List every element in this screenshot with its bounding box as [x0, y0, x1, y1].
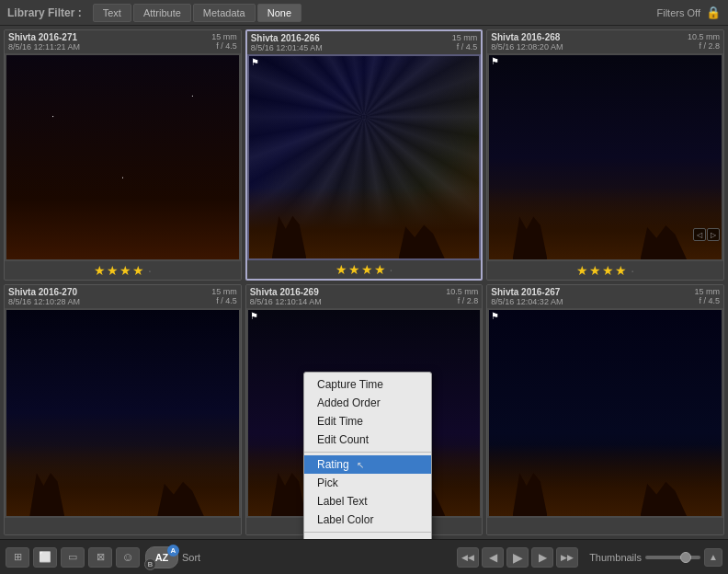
photo-footer-4: [5, 518, 241, 534]
photo-image-6: ⚑: [489, 310, 722, 516]
photo-image-2: ⚑: [249, 56, 480, 258]
grid-view-button[interactable]: ⊞: [6, 547, 29, 568]
photo-footer-1: ★ ★ ★ ★ ·: [5, 261, 241, 280]
photo-tools-3: ◁ ▷: [693, 228, 720, 241]
menu-item-edit-time[interactable]: Edit Time: [304, 412, 431, 430]
photo-footer-6: [487, 518, 723, 534]
sort-badge-a: A: [167, 545, 179, 557]
flag-icon-3: ⚑: [491, 57, 499, 66]
photo-aperture-6: f / 4.5: [699, 296, 720, 305]
bottom-toolbar: ⊞ ⬜ ▭ ⊠ ☺ AZ A B Sort ◀◀ ◀ ▶ ▶ ▶▶ Thumbn…: [0, 539, 728, 574]
photo-date-1: 8/5/16 12:11:21 AM: [8, 42, 80, 52]
thumbnails-label: Thumbnails: [589, 552, 642, 563]
tab-text[interactable]: Text: [93, 4, 131, 22]
photo-aperture-5: f / 2.8: [458, 296, 479, 305]
flag-icon-2: ⚑: [251, 58, 259, 67]
menu-item-file-name[interactable]: File Name: [304, 535, 431, 539]
tab-attribute[interactable]: Attribute: [133, 4, 191, 22]
menu-item-edit-count[interactable]: Edit Count: [304, 430, 431, 449]
menu-item-label-text[interactable]: Label Text: [304, 492, 431, 511]
photo-date-6: 8/5/16 12:04:32 AM: [491, 297, 563, 306]
loupe-view-button[interactable]: ⬜: [33, 547, 57, 568]
photo-focal-1: 15 mm: [211, 32, 237, 41]
photo-aperture-1: f / 4.5: [216, 41, 237, 51]
sort-label: Sort: [182, 552, 200, 563]
nav-prev-button[interactable]: ◀: [482, 547, 504, 568]
photo-cell-2[interactable]: Shivta 2016-266 8/5/16 12:01:45 AM 15 mm…: [245, 29, 483, 281]
photo-header-5: Shivta 2016-269 8/5/16 12:10:14 AM 10.5 …: [246, 285, 483, 308]
tab-metadata[interactable]: Metadata: [193, 4, 256, 22]
photo-header-4: Shivta 2016-270 8/5/16 12:10:28 AM 15 mm…: [5, 285, 241, 308]
sort-az-button[interactable]: AZ A B: [145, 546, 178, 568]
menu-item-capture-time[interactable]: Capture Time: [304, 375, 431, 394]
menu-item-added-order[interactable]: Added Order: [304, 394, 431, 412]
photo-cell-4[interactable]: Shivta 2016-270 8/5/16 12:10:28 AM 15 mm…: [4, 284, 242, 535]
nav-next-next-button[interactable]: ▶▶: [556, 547, 578, 568]
photo-cell-6[interactable]: Shivta 2016-267 8/5/16 12:04:32 AM 15 mm…: [486, 284, 724, 535]
sort-dropdown-menu: Capture Time Added Order Edit Time Edit …: [303, 372, 432, 539]
photo-aperture-4: f / 4.5: [216, 296, 237, 305]
nav-next-button[interactable]: ▶: [531, 547, 553, 568]
flag-icon-5: ⚑: [250, 312, 258, 321]
photo-aperture-2: f / 4.5: [457, 42, 478, 52]
photo-focal-2: 15 mm: [452, 33, 478, 42]
photo-header-3: Shivta 2016-268 8/5/16 12:08:20 AM 10.5 …: [487, 30, 723, 53]
expand-button[interactable]: ▲: [704, 548, 722, 567]
cursor-arrow: ↖: [357, 460, 364, 470]
photo-focal-6: 15 mm: [694, 287, 720, 296]
lock-icon[interactable]: 🔒: [706, 6, 721, 19]
photo-focal-4: 15 mm: [211, 287, 237, 296]
photo-footer-3: ★ ★ ★ ★ ·: [487, 261, 723, 280]
menu-separator-2: [304, 532, 431, 533]
photo-title-4: Shivta 2016-270: [8, 287, 80, 297]
filter-tabs: Text Attribute Metadata None: [93, 4, 657, 22]
nav-section: ◀◀ ◀ ▶ ▶ ▶▶: [457, 547, 578, 568]
photo-cell-1[interactable]: Shivta 2016-271 8/5/16 12:11:21 AM 15 mm…: [4, 29, 242, 281]
flag-icon-6: ⚑: [491, 312, 499, 321]
menu-item-pick[interactable]: Pick: [304, 474, 431, 492]
thumbnail-size-slider[interactable]: [645, 556, 700, 559]
photo-focal-5: 10.5 mm: [446, 287, 478, 296]
filter-right: Filters Off 🔒: [657, 6, 721, 19]
photo-header-2: Shivta 2016-266 8/5/16 12:01:45 AM 15 mm…: [247, 31, 482, 54]
photo-date-2: 8/5/16 12:01:45 AM: [251, 43, 323, 52]
menu-item-rating[interactable]: Rating ↖: [304, 455, 431, 474]
main-area: Shivta 2016-271 8/5/16 12:11:21 AM 15 mm…: [0, 26, 728, 539]
photo-header-6: Shivta 2016-267 8/5/16 12:04:32 AM 15 mm…: [487, 285, 723, 308]
thumbnail-slider-handle[interactable]: [680, 552, 691, 563]
cursor-indicator: Rating: [317, 458, 349, 471]
slideshow-button[interactable]: ▶: [506, 547, 529, 568]
photo-cell-3[interactable]: Shivta 2016-268 8/5/16 12:08:20 AM 10.5 …: [486, 29, 724, 281]
tab-none[interactable]: None: [257, 4, 301, 22]
people-view-button[interactable]: ☺: [116, 547, 140, 568]
sort-badge-b: B: [144, 558, 156, 570]
filters-off-label: Filters Off: [657, 7, 700, 18]
photo-title-5: Shivta 2016-269: [250, 287, 322, 297]
filter-bar-label: Library Filter :: [7, 6, 82, 19]
photo-date-5: 8/5/16 12:10:14 AM: [250, 297, 322, 306]
photo-title-1: Shivta 2016-271: [8, 32, 80, 42]
photo-title-2: Shivta 2016-266: [251, 33, 323, 43]
survey-view-button[interactable]: ⊠: [88, 547, 112, 568]
photo-image-3: ⚑ ◁ ▷: [489, 55, 722, 259]
nav-prev-prev-button[interactable]: ◀◀: [457, 547, 479, 568]
sort-section: AZ A B Sort: [145, 546, 200, 568]
photo-focal-3: 10.5 mm: [688, 32, 720, 41]
photo-date-3: 8/5/16 12:08:20 AM: [491, 42, 563, 52]
photo-title-3: Shivta 2016-268: [491, 32, 563, 42]
menu-separator-1: [304, 452, 431, 453]
photo-footer-2: ★ ★ ★ ★ ·: [247, 260, 482, 279]
photo-aperture-3: f / 2.8: [699, 41, 720, 51]
thumbnails-section: Thumbnails ▲: [589, 548, 722, 567]
menu-item-label-color[interactable]: Label Color: [304, 511, 431, 529]
photo-date-4: 8/5/16 12:10:28 AM: [8, 297, 80, 306]
photo-title-6: Shivta 2016-267: [491, 287, 563, 297]
compare-view-button[interactable]: ▭: [61, 547, 85, 568]
filter-bar: Library Filter : Text Attribute Metadata…: [0, 0, 728, 26]
photo-header-1: Shivta 2016-271 8/5/16 12:11:21 AM 15 mm…: [5, 30, 241, 53]
photo-image-4: [6, 310, 239, 516]
photo-image-1: [6, 55, 239, 259]
